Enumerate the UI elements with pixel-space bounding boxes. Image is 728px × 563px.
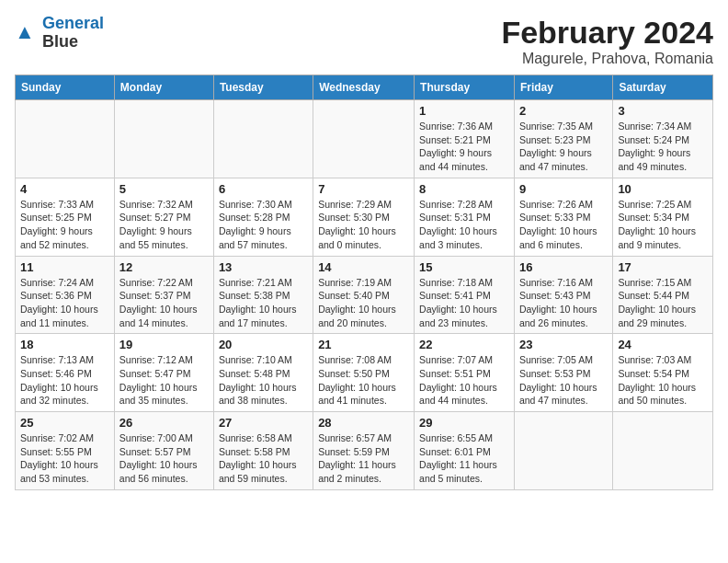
day-number: 27 — [219, 416, 308, 430]
day-number: 1 — [419, 104, 509, 118]
day-info: Sunrise: 7:24 AMSunset: 5:36 PMDaylight:… — [20, 276, 109, 330]
day-info: Sunrise: 7:15 AMSunset: 5:44 PMDaylight:… — [618, 276, 708, 330]
day-number: 14 — [318, 260, 409, 274]
calendar-week-4: 18Sunrise: 7:13 AMSunset: 5:46 PMDayligh… — [16, 334, 713, 412]
day-number: 18 — [20, 338, 109, 351]
day-info: Sunrise: 7:18 AMSunset: 5:41 PMDaylight:… — [419, 276, 509, 330]
header-thursday: Thursday — [415, 75, 515, 100]
header-sunday: Sunday — [16, 75, 115, 100]
day-info: Sunrise: 6:58 AMSunset: 5:58 PMDaylight:… — [219, 431, 308, 486]
logo-line2: Blue — [42, 32, 78, 51]
day-info: Sunrise: 7:29 AMSunset: 5:30 PMDaylight:… — [318, 198, 409, 252]
calendar-cell: 29Sunrise: 6:55 AMSunset: 6:01 PMDayligh… — [415, 412, 515, 490]
calendar-week-2: 4Sunrise: 7:33 AMSunset: 5:25 PMDaylight… — [16, 178, 713, 256]
calendar-cell: 26Sunrise: 7:00 AMSunset: 5:57 PMDayligh… — [114, 412, 213, 490]
calendar-cell: 27Sunrise: 6:58 AMSunset: 5:58 PMDayligh… — [213, 412, 313, 490]
calendar-cell: 13Sunrise: 7:21 AMSunset: 5:38 PMDayligh… — [213, 256, 313, 334]
calendar-cell — [16, 100, 115, 178]
calendar-cell: 18Sunrise: 7:13 AMSunset: 5:46 PMDayligh… — [16, 334, 115, 412]
calendar-cell: 14Sunrise: 7:19 AMSunset: 5:40 PMDayligh… — [313, 256, 415, 334]
day-number: 13 — [219, 260, 308, 274]
calendar-table: Sunday Monday Tuesday Wednesday Thursday… — [15, 75, 713, 490]
day-info: Sunrise: 7:25 AMSunset: 5:34 PMDaylight:… — [618, 198, 708, 252]
top-section: ▲ General Blue February 2024 Magurele, P… — [15, 15, 713, 67]
calendar-cell: 17Sunrise: 7:15 AMSunset: 5:44 PMDayligh… — [613, 256, 713, 334]
header-saturday: Saturday — [613, 75, 713, 100]
day-info: Sunrise: 7:16 AMSunset: 5:43 PMDaylight:… — [519, 276, 608, 330]
day-info: Sunrise: 7:26 AMSunset: 5:33 PMDaylight:… — [519, 198, 608, 252]
day-number: 2 — [519, 104, 608, 118]
day-info: Sunrise: 7:35 AMSunset: 5:23 PMDaylight:… — [519, 120, 608, 174]
calendar-title: February 2024 — [501, 15, 713, 51]
calendar-week-3: 11Sunrise: 7:24 AMSunset: 5:36 PMDayligh… — [16, 256, 713, 334]
day-info: Sunrise: 7:32 AMSunset: 5:27 PMDaylight:… — [119, 198, 209, 252]
calendar-cell — [514, 412, 612, 490]
day-number: 29 — [419, 416, 509, 430]
calendar-cell: 12Sunrise: 7:22 AMSunset: 5:37 PMDayligh… — [114, 256, 213, 334]
header-monday: Monday — [114, 75, 213, 100]
calendar-cell: 20Sunrise: 7:10 AMSunset: 5:48 PMDayligh… — [213, 334, 313, 412]
day-info: Sunrise: 7:28 AMSunset: 5:31 PMDaylight:… — [419, 198, 509, 252]
calendar-header: Sunday Monday Tuesday Wednesday Thursday… — [16, 75, 713, 100]
calendar-cell: 21Sunrise: 7:08 AMSunset: 5:50 PMDayligh… — [313, 334, 415, 412]
calendar-cell: 7Sunrise: 7:29 AMSunset: 5:30 PMDaylight… — [313, 178, 415, 256]
calendar-cell: 6Sunrise: 7:30 AMSunset: 5:28 PMDaylight… — [213, 178, 313, 256]
day-number: 25 — [20, 416, 109, 430]
day-number: 22 — [419, 338, 509, 351]
calendar-cell: 3Sunrise: 7:34 AMSunset: 5:24 PMDaylight… — [613, 100, 713, 178]
day-info: Sunrise: 7:33 AMSunset: 5:25 PMDaylight:… — [20, 198, 109, 252]
day-info: Sunrise: 7:21 AMSunset: 5:38 PMDaylight:… — [219, 276, 308, 330]
day-number: 15 — [419, 260, 509, 274]
calendar-subtitle: Magurele, Prahova, Romania — [501, 51, 713, 67]
day-info: Sunrise: 7:10 AMSunset: 5:48 PMDaylight:… — [219, 353, 308, 408]
day-number: 7 — [318, 182, 409, 196]
calendar-cell: 15Sunrise: 7:18 AMSunset: 5:41 PMDayligh… — [415, 256, 515, 334]
day-number: 3 — [618, 104, 708, 118]
day-number: 21 — [318, 338, 409, 351]
day-number: 9 — [519, 182, 608, 196]
calendar-cell — [313, 100, 415, 178]
day-number: 8 — [419, 182, 509, 196]
day-info: Sunrise: 7:13 AMSunset: 5:46 PMDaylight:… — [20, 353, 109, 408]
calendar-cell: 25Sunrise: 7:02 AMSunset: 5:55 PMDayligh… — [16, 412, 115, 490]
header-tuesday: Tuesday — [213, 75, 313, 100]
logo-line1: General — [42, 14, 104, 32]
logo-icon: ▲ — [15, 20, 40, 46]
day-number: 23 — [519, 338, 608, 351]
calendar-cell: 23Sunrise: 7:05 AMSunset: 5:53 PMDayligh… — [514, 334, 612, 412]
title-block: February 2024 Magurele, Prahova, Romania — [501, 15, 713, 67]
day-number: 26 — [119, 416, 209, 430]
day-number: 19 — [119, 338, 209, 351]
calendar-body: 1Sunrise: 7:36 AMSunset: 5:21 PMDaylight… — [16, 100, 713, 490]
header-row: Sunday Monday Tuesday Wednesday Thursday… — [16, 75, 713, 100]
day-info: Sunrise: 7:12 AMSunset: 5:47 PMDaylight:… — [119, 353, 209, 408]
day-number: 6 — [219, 182, 308, 196]
day-info: Sunrise: 7:03 AMSunset: 5:54 PMDaylight:… — [618, 353, 708, 408]
logo-text: General Blue — [42, 15, 104, 52]
calendar-cell — [613, 412, 713, 490]
day-info: Sunrise: 7:00 AMSunset: 5:57 PMDaylight:… — [119, 431, 209, 486]
day-number: 17 — [618, 260, 708, 274]
day-number: 24 — [618, 338, 708, 351]
header-friday: Friday — [514, 75, 612, 100]
day-number: 10 — [618, 182, 708, 196]
day-number: 5 — [119, 182, 209, 196]
day-info: Sunrise: 7:22 AMSunset: 5:37 PMDaylight:… — [119, 276, 209, 330]
day-info: Sunrise: 7:02 AMSunset: 5:55 PMDaylight:… — [20, 431, 109, 486]
day-info: Sunrise: 7:08 AMSunset: 5:50 PMDaylight:… — [318, 353, 409, 408]
day-number: 11 — [20, 260, 109, 274]
header-wednesday: Wednesday — [313, 75, 415, 100]
calendar-week-5: 25Sunrise: 7:02 AMSunset: 5:55 PMDayligh… — [16, 412, 713, 490]
calendar-cell: 24Sunrise: 7:03 AMSunset: 5:54 PMDayligh… — [613, 334, 713, 412]
calendar-cell: 9Sunrise: 7:26 AMSunset: 5:33 PMDaylight… — [514, 178, 612, 256]
day-info: Sunrise: 7:34 AMSunset: 5:24 PMDaylight:… — [618, 120, 708, 174]
day-number: 12 — [119, 260, 209, 274]
day-info: Sunrise: 6:57 AMSunset: 5:59 PMDaylight:… — [318, 431, 409, 486]
day-number: 28 — [318, 416, 409, 430]
calendar-cell: 4Sunrise: 7:33 AMSunset: 5:25 PMDaylight… — [16, 178, 115, 256]
calendar-cell: 11Sunrise: 7:24 AMSunset: 5:36 PMDayligh… — [16, 256, 115, 334]
calendar-cell: 19Sunrise: 7:12 AMSunset: 5:47 PMDayligh… — [114, 334, 213, 412]
calendar-week-1: 1Sunrise: 7:36 AMSunset: 5:21 PMDaylight… — [16, 100, 713, 178]
day-number: 4 — [20, 182, 109, 196]
calendar-cell: 2Sunrise: 7:35 AMSunset: 5:23 PMDaylight… — [514, 100, 612, 178]
